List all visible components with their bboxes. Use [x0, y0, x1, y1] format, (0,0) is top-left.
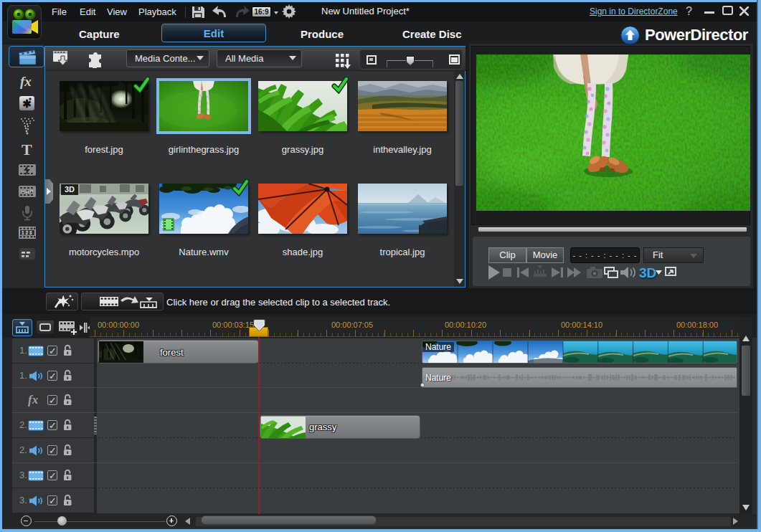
svg-text:3D: 3D — [639, 265, 656, 280]
svg-text:1 2 3: 1 2 3 — [22, 230, 32, 235]
